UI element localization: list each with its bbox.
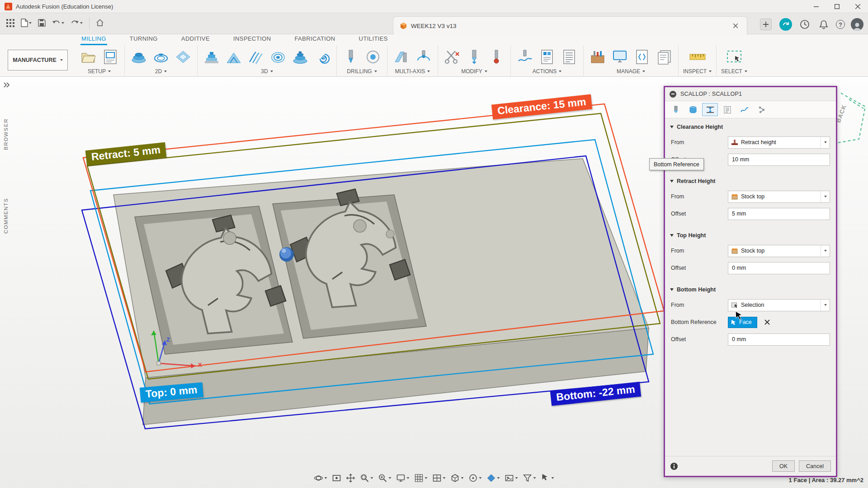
nc-program-icon[interactable] [101, 47, 120, 66]
pocket-hole[interactable] [354, 220, 366, 232]
new-setup-icon[interactable] [79, 47, 98, 66]
job-status-icon[interactable] [779, 18, 792, 31]
clearance-from-select[interactable]: Retract height [728, 136, 830, 149]
measure-icon[interactable] [688, 47, 707, 66]
group-label-multi-axis[interactable]: MULTI-AXIS [395, 68, 430, 75]
tab-turning[interactable]: TURNING [129, 34, 159, 45]
info-icon[interactable] [670, 462, 678, 470]
save-button[interactable] [36, 17, 47, 28]
tab-heights-icon[interactable] [702, 103, 718, 116]
document-tab[interactable]: WEEK12 V3 v13 [393, 16, 747, 35]
tab-linking-icon[interactable] [736, 103, 752, 116]
post-process-icon[interactable] [538, 47, 557, 66]
retract-from-select[interactable]: Stock top [728, 191, 830, 203]
tab-utilities[interactable]: UTILITIES [358, 34, 389, 45]
setup-sheet-icon[interactable] [560, 47, 579, 66]
capture-image-icon[interactable] [504, 473, 519, 483]
free-orbit-icon[interactable] [467, 473, 483, 483]
adaptive-clearing-icon[interactable] [202, 47, 221, 66]
visual-style-icon[interactable] [449, 473, 465, 483]
selection-filter-icon[interactable] [522, 473, 538, 483]
group-label-modify[interactable]: MODIFY [461, 68, 487, 75]
redo-button[interactable] [69, 18, 85, 28]
browser-expand-icon[interactable] [4, 82, 10, 88]
post-library-icon[interactable] [632, 47, 651, 66]
pocket-hole[interactable] [386, 230, 394, 238]
clock-icon[interactable] [798, 18, 811, 31]
sidebar-item-comments[interactable]: COMMENTS [3, 198, 9, 234]
group-label-drilling[interactable]: DRILLING [347, 68, 377, 75]
grid-snaps-icon[interactable] [413, 473, 429, 483]
retract-offset-input[interactable]: 5 mm [728, 208, 830, 220]
group-label-2d[interactable]: 2D [155, 68, 167, 75]
cancel-button[interactable]: Cancel [799, 460, 831, 472]
group-label-setup[interactable]: SETUP [88, 68, 111, 75]
bottom-offset-input[interactable]: 0 mm [728, 333, 830, 346]
named-views-icon[interactable] [486, 473, 501, 483]
bore-icon[interactable] [363, 47, 382, 66]
group-label-actions[interactable]: ACTIONS [533, 68, 561, 75]
top-from-select[interactable]: Stock top [728, 245, 830, 257]
workspace-selector[interactable]: MANUFACTURE [8, 50, 68, 70]
undo-button[interactable] [50, 18, 66, 28]
selected-face-sphere[interactable] [279, 247, 294, 262]
tab-milling[interactable]: MILLING [80, 34, 107, 45]
new-tab-button[interactable] [758, 17, 774, 32]
bottom-from-select[interactable]: Selection [728, 299, 830, 311]
display-settings-icon[interactable] [395, 473, 411, 483]
minimize-button[interactable] [806, 0, 826, 13]
group-label-inspect[interactable]: INSPECT [683, 68, 712, 75]
viewports-icon[interactable] [431, 473, 447, 483]
profile-avatar[interactable] [851, 18, 863, 31]
top-offset-input[interactable]: 0 mm [728, 262, 830, 274]
group-label-select[interactable]: SELECT [721, 68, 747, 75]
tab-inspection[interactable]: INSPECTION [232, 34, 272, 45]
section-header[interactable]: Retract Height [665, 174, 836, 188]
tab-fabrication[interactable]: FABRICATION [293, 34, 336, 45]
swarf-icon[interactable] [392, 47, 411, 66]
tab-additive[interactable]: ADDITIVE [180, 34, 211, 45]
section-header[interactable]: Top Height [665, 229, 836, 242]
tab-options-icon[interactable] [754, 103, 769, 116]
multi-axis-contour-icon[interactable] [414, 47, 433, 66]
section-header[interactable]: Clearance Height [665, 120, 836, 134]
2d-face-icon[interactable] [129, 47, 148, 66]
clearance-offset-input[interactable]: 10 mm [728, 154, 830, 166]
task-manager-icon[interactable] [610, 47, 629, 66]
collapse-dialog-icon[interactable] [670, 91, 676, 98]
sidebar-item-browser[interactable]: BROWSER [3, 118, 9, 150]
2d-adaptive-icon[interactable] [151, 47, 170, 66]
trim-icon[interactable] [443, 47, 462, 66]
scallop-icon[interactable] [291, 47, 310, 66]
notifications-bell-icon[interactable] [817, 18, 830, 31]
close-document-icon[interactable] [731, 21, 741, 31]
pocket-hole[interactable] [223, 232, 236, 244]
morphed-spiral-icon[interactable] [269, 47, 288, 66]
simulate-icon[interactable] [515, 47, 534, 66]
2d-chamfer-icon[interactable] [174, 47, 193, 66]
group-label-manage[interactable]: MANAGE [617, 68, 645, 75]
tab-tool-icon[interactable] [668, 103, 684, 116]
edit-tool-icon[interactable] [465, 47, 484, 66]
drill-icon[interactable] [341, 47, 360, 66]
pan-icon[interactable] [345, 473, 357, 483]
spiral-icon[interactable] [313, 47, 332, 66]
dialog-title-bar[interactable]: SCALLOP : SCALLOP1 [665, 87, 836, 101]
zoom-icon[interactable] [377, 473, 393, 483]
probe-icon[interactable] [487, 47, 506, 66]
look-at-icon[interactable] [331, 473, 343, 483]
zoom-window-icon[interactable] [359, 473, 375, 483]
maximize-button[interactable] [826, 0, 847, 13]
tool-library-icon[interactable] [588, 47, 607, 66]
ok-button[interactable]: OK [772, 460, 795, 472]
file-menu-button[interactable] [19, 17, 33, 29]
orbit-icon[interactable] [313, 473, 329, 483]
help-icon[interactable]: ? [836, 20, 845, 29]
clear-selection-icon[interactable] [763, 318, 772, 327]
tab-passes-icon[interactable] [719, 103, 735, 116]
home-view-button[interactable] [94, 17, 106, 28]
group-label-3d[interactable]: 3D [261, 68, 273, 75]
section-header[interactable]: Bottom Height [665, 283, 836, 296]
templates-icon[interactable] [655, 47, 674, 66]
close-window-button[interactable] [847, 0, 868, 13]
